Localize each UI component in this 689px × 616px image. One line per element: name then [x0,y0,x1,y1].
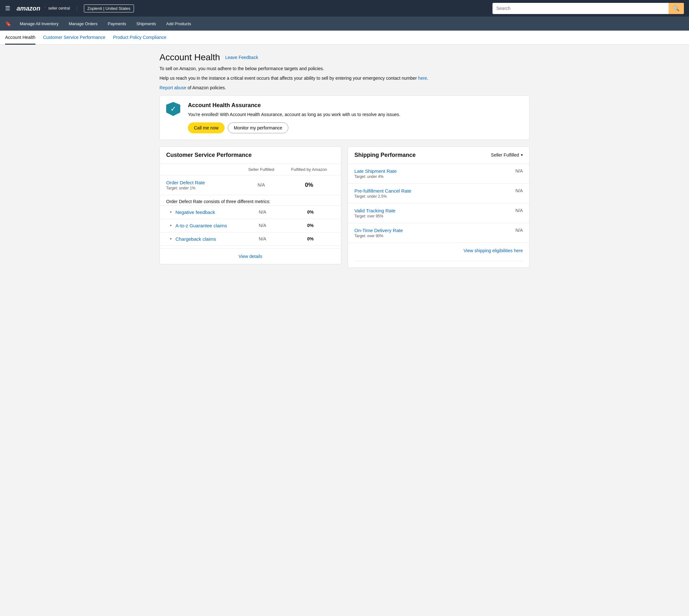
view-shipping-eligibilities-link[interactable]: View shipping eligibilities here [464,248,523,253]
page-description-2: Help us reach you in the instance a crit… [159,74,530,82]
call-me-now-button[interactable]: Call me now [188,123,224,133]
negative-feedback-metric: Negative feedback [175,210,239,215]
order-defect-seller-val: N/A [239,182,284,188]
customer-service-col: Customer Service Performance Seller Fulf… [159,146,341,268]
customer-service-title: Customer Service Performance [166,152,335,158]
order-defect-rate-link[interactable]: Order Defect Rate [166,180,239,185]
chargeback-claims-link[interactable]: Chargeback claims [175,236,216,242]
view-details-row: View details [160,248,341,264]
secondary-navigation: 🔖 Manage All Inventory Manage Orders Pay… [0,17,689,30]
shipping-header-row: Shipping Performance Seller Fulfilled ▾ [348,147,529,164]
fulfilled-by-amazon-header: Fulfilled by Amazon [284,167,335,172]
logo-area: amazon ~ seller central [17,5,70,12]
nav-manage-inventory[interactable]: Manage All Inventory [15,17,63,30]
monitor-performance-button[interactable]: Monitor my performance [228,123,288,133]
amazon-logo-text: amazon [17,5,40,12]
prefulfillment-val: N/A [515,188,523,193]
late-shipment-target: Target: under 4% [354,174,515,179]
bookmark-icon: 🔖 [5,21,12,27]
atoz-claims-row: • A-to-z Guarantee claims N/A 0% [160,219,341,233]
negative-feedback-amazon-val: 0% [286,210,335,215]
late-shipment-metric: Late Shipment Rate Target: under 4% [354,168,515,179]
prefulfillment-cancel-row: Pre-fulfillment Cancel Rate Target: unde… [348,184,529,203]
chargeback-amazon-val: 0% [286,236,335,241]
late-shipment-rate-row: Late Shipment Rate Target: under 4% N/A [348,164,529,184]
valid-tracking-val: N/A [515,208,523,213]
report-abuse-para: Report abuse of Amazon policies. [159,85,530,90]
negative-feedback-seller-val: N/A [241,210,284,215]
nav-add-products[interactable]: Add Products [162,17,196,30]
page-content: Account Health Leave Feedback To sell on… [153,45,536,276]
valid-tracking-row: Valid Tracking Rate Target: over 95% N/A [348,203,529,223]
valid-tracking-metric: Valid Tracking Rate Target: over 95% [354,208,515,218]
prefulfillment-cancel-target: Target: under 2.5% [354,194,515,199]
aha-card: ✓ Account Health Assurance You're enroll… [159,95,530,140]
account-badge[interactable]: Zoplenti | United States [84,4,134,13]
chargeback-metric: Chargeback claims [175,236,239,242]
order-defect-amazon-val: 0% [284,182,335,189]
search-button[interactable]: 🔍 [669,3,684,14]
shipping-performance-card: Shipping Performance Seller Fulfilled ▾ … [348,146,530,268]
tab-customer-service[interactable]: Customer Service Performance [43,31,105,45]
on-time-delivery-target: Target: over 90% [354,234,515,238]
negative-feedback-row: • Negative feedback N/A 0% [160,206,341,219]
on-time-delivery-link[interactable]: On-Time Delivery Rate [354,228,515,233]
atoz-seller-val: N/A [241,223,284,228]
late-shipment-link[interactable]: Late Shipment Rate [354,168,515,174]
aha-content: Account Health Assurance You're enrolled… [188,102,523,133]
report-abuse-link[interactable]: Report abuse [159,85,186,90]
nav-shipments[interactable]: Shipments [132,17,160,30]
negative-feedback-link[interactable]: Negative feedback [175,210,215,215]
search-bar: 🔍 [493,3,684,14]
bullet-icon: • [170,210,172,215]
page-description-1: To sell on Amazon, you must adhere to th… [159,65,530,72]
valid-tracking-target: Target: over 95% [354,214,515,218]
on-time-delivery-metric: On-Time Delivery Rate Target: over 90% [354,228,515,238]
tab-account-health[interactable]: Account Health [5,31,36,45]
here-link[interactable]: here [418,75,427,81]
seller-fulfilled-header: Seller Fulfilled [239,167,284,172]
customer-service-card: Customer Service Performance Seller Fulf… [159,146,341,264]
aha-buttons: Call me now Monitor my performance [188,123,523,133]
tab-product-policy[interactable]: Product Policy Compliance [113,31,166,45]
sub-section-label: Order Defect Rate consists of three diff… [160,195,341,206]
prefulfillment-cancel-link[interactable]: Pre-fulfillment Cancel Rate [354,188,515,194]
seller-central-label: seller central [48,6,70,10]
chargeback-claims-row: • Chargeback claims N/A 0% [160,233,341,246]
bottom-spacer [348,261,529,267]
view-details-link[interactable]: View details [239,254,262,259]
nav-manage-orders[interactable]: Manage Orders [64,17,102,30]
order-defect-metric-name: Order Defect Rate Target: under 1% [166,180,239,190]
page-title-area: Account Health Leave Feedback [159,52,530,63]
shield-icon: ✓ [166,102,180,116]
shipping-title: Shipping Performance [354,152,416,158]
seller-fulfilled-dropdown[interactable]: Seller Fulfilled ▾ [491,152,523,157]
tab-navigation: Account Health Customer Service Performa… [0,30,689,45]
search-input[interactable] [493,3,669,14]
atoz-metric: A-to-z Guarantee claims [175,223,239,228]
customer-service-header: Customer Service Performance [160,147,341,164]
nav-payments[interactable]: Payments [103,17,131,30]
shipping-performance-col: Shipping Performance Seller Fulfilled ▾ … [348,146,530,268]
prefulfillment-metric: Pre-fulfillment Cancel Rate Target: unde… [354,188,515,199]
chargeback-seller-val: N/A [241,236,284,241]
atoz-amazon-val: 0% [286,223,335,228]
aha-title: Account Health Assurance [188,102,523,109]
bullet-icon-3: • [170,236,172,241]
on-time-delivery-val: N/A [515,228,523,233]
bullet-icon-2: • [170,223,172,228]
leave-feedback-link[interactable]: Leave Feedback [225,55,258,60]
column-headers: Seller Fulfilled Fulfilled by Amazon [160,164,341,175]
seller-fulfilled-label: Seller Fulfilled [491,152,519,157]
main-layout: Customer Service Performance Seller Fulf… [159,146,530,268]
hamburger-menu-icon[interactable]: ☰ [5,5,10,12]
order-defect-target: Target: under 1% [166,186,239,190]
checkmark-icon: ✓ [170,105,176,113]
atoz-claims-link[interactable]: A-to-z Guarantee claims [175,223,227,228]
valid-tracking-link[interactable]: Valid Tracking Rate [354,208,515,213]
top-navigation: ☰ amazon ~ seller central | Zoplenti | U… [0,0,689,17]
divider: | [76,6,78,11]
aha-description: You're enrolled! With Account Health Ass… [188,111,523,118]
page-title: Account Health [159,52,220,63]
on-time-delivery-row: On-Time Delivery Rate Target: over 90% N… [348,223,529,243]
